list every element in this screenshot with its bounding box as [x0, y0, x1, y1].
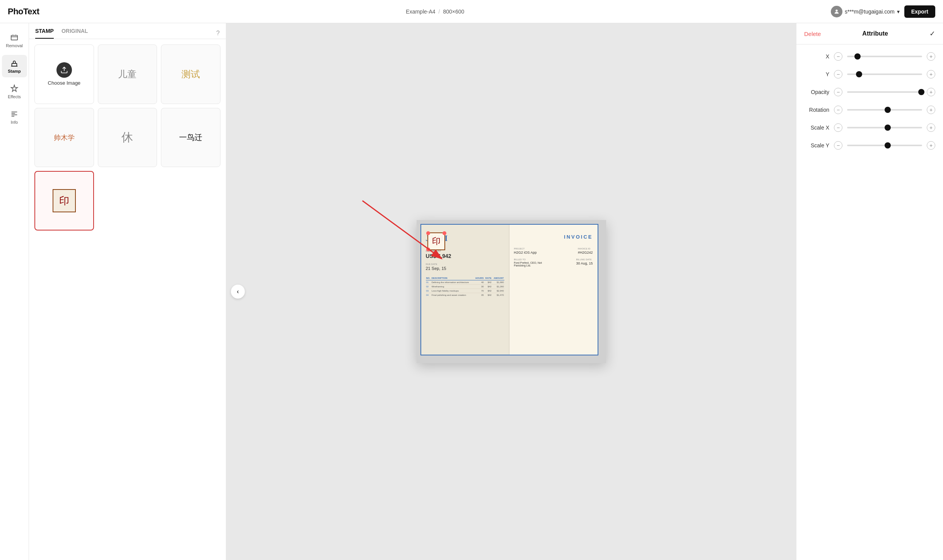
chevron-down-icon: ▾: [897, 9, 900, 15]
sidebar-label-effects: Effects: [8, 94, 20, 99]
attr-slider-y[interactable]: [847, 73, 922, 75]
user-avatar: [831, 6, 842, 17]
table-row: 02 Wireframing 30 $42 $1,260: [426, 285, 504, 289]
attr-thumb-scalex[interactable]: [885, 125, 891, 131]
attributes-list: X − + Y − + Opacity −: [796, 44, 943, 157]
attr-thumb-opacity[interactable]: [918, 89, 924, 95]
attr-slider-scaley[interactable]: [847, 145, 922, 146]
attr-minus-scaley[interactable]: −: [834, 141, 842, 150]
attr-label-rotation: Rotation: [804, 107, 829, 113]
sidebar-item-info[interactable]: Info: [2, 106, 27, 128]
invoice-table: NO. DESCRIPTION HOURS RATE AMOUNT 01: [426, 276, 504, 297]
table-row: 04 Final polishing and asset creation 35…: [426, 293, 504, 297]
attr-label-x: X: [804, 53, 829, 60]
sidebar-item-removal[interactable]: Removal: [2, 29, 27, 52]
due-date-label: DUE DATE: [426, 263, 504, 265]
attr-thumb-rotation[interactable]: [885, 107, 891, 113]
svg-rect-2: [12, 63, 17, 66]
right-panel: Delete Attribute ✓ X − + Y − +: [796, 23, 943, 560]
header-right: s***m@tugaigai.com ▾ Export: [831, 5, 935, 18]
attr-minus-scalex[interactable]: −: [834, 123, 842, 132]
stamp-on-canvas[interactable]: 印: [427, 232, 445, 250]
attr-slider-scalex[interactable]: [847, 127, 922, 128]
sidebar-item-effects[interactable]: Effects: [2, 80, 27, 103]
stamp-item-2[interactable]: 测试: [161, 44, 220, 104]
stamp-item-5[interactable]: 一鸟迁: [161, 108, 220, 167]
billed-to-label: BILLED TO: [514, 258, 553, 261]
attribute-title: Attribute: [862, 30, 888, 37]
attr-plus-rotation[interactable]: +: [927, 106, 935, 114]
attr-slider-opacity[interactable]: [847, 91, 922, 93]
billing-date-label: BILLING DATE: [576, 258, 593, 261]
project-dimensions: 800×600: [443, 9, 464, 15]
panel-tabs: STAMP ORIGINAL ?: [29, 23, 226, 39]
stamp-preview-3: 帅木学: [35, 108, 94, 167]
invoice-id-value: #H2G242: [578, 251, 593, 254]
attr-plus-scalex[interactable]: +: [927, 123, 935, 132]
attr-label-scaley: Scale Y: [804, 142, 829, 149]
stamp-handle-tl[interactable]: [426, 231, 430, 235]
stamp-preview-4: 休: [98, 108, 157, 167]
attr-thumb-scaley[interactable]: [885, 142, 891, 149]
sidebar-item-stamp[interactable]: Stamp: [2, 55, 27, 77]
stamp-preview-2: 测试: [161, 45, 220, 104]
stamp-handle-tr[interactable]: [442, 231, 446, 235]
stamp-item-1[interactable]: 儿童: [98, 44, 157, 104]
invoice-title: INVOICE: [514, 234, 593, 240]
stamp-panel: STAMP ORIGINAL ? Choose Image 儿童 测试 帅木学: [29, 23, 226, 560]
svg-rect-1: [11, 36, 18, 40]
upload-icon: [56, 62, 72, 78]
attr-minus-y[interactable]: −: [834, 70, 842, 79]
stamp-preview-6: 印: [53, 189, 76, 212]
billing-date-value: 30 Aug, 15: [576, 261, 593, 265]
attr-slider-rotation[interactable]: [847, 109, 922, 111]
due-amount: US$ 6,942: [426, 253, 504, 259]
user-menu[interactable]: s***m@tugaigai.com ▾: [831, 6, 900, 17]
help-icon[interactable]: ?: [216, 30, 220, 37]
confirm-icon[interactable]: ✓: [929, 29, 935, 38]
project-name: Example-A4: [406, 9, 435, 15]
attr-row-scalex: Scale X − +: [804, 120, 935, 136]
tab-stamp[interactable]: STAMP: [35, 28, 54, 39]
canvas-inner: JUHI DUE AMOUNT US$ 6,942 DUE DATE 21 Se…: [417, 220, 606, 363]
attr-minus-opacity[interactable]: −: [834, 88, 842, 96]
attr-minus-x[interactable]: −: [834, 52, 842, 61]
attr-row-opacity: Opacity − +: [804, 84, 935, 100]
attr-thumb-y[interactable]: [856, 71, 862, 77]
stamp-item-6[interactable]: 印: [34, 171, 94, 230]
attr-thumb-x[interactable]: [854, 53, 861, 60]
sidebar-label-stamp: Stamp: [8, 69, 21, 73]
stamp-preview-5: 一鸟迁: [161, 108, 220, 167]
stamp-item-4[interactable]: 休: [98, 108, 157, 167]
stamp-handle-bl[interactable]: [426, 248, 430, 251]
table-row: 03 Low+high fidelity mockups 70 $42 $2,9…: [426, 289, 504, 293]
choose-image-button[interactable]: Choose Image: [34, 44, 94, 104]
stamp-preview-1: 儿童: [98, 45, 157, 104]
attr-plus-y[interactable]: +: [927, 70, 935, 79]
attr-plus-x[interactable]: +: [927, 52, 935, 61]
attr-row-x: X − +: [804, 48, 935, 65]
attr-plus-opacity[interactable]: +: [927, 88, 935, 96]
attr-slider-x[interactable]: [847, 56, 922, 57]
attr-label-opacity: Opacity: [804, 89, 829, 95]
choose-image-label: Choose Image: [48, 80, 81, 86]
attr-plus-scaley[interactable]: +: [927, 141, 935, 150]
sidebar-label-info: Info: [11, 120, 18, 125]
tab-original[interactable]: ORIGINAL: [62, 28, 88, 39]
project-value: H2G2 iOS App: [514, 251, 537, 254]
billed-to-value: Ford Prefect, CEO, Not Panicking Ltd.: [514, 261, 553, 267]
stamp-grid: Choose Image 儿童 测试 帅木学 休 一鸟迁: [29, 39, 226, 236]
attr-minus-rotation[interactable]: −: [834, 106, 842, 114]
canvas-area: ‹ JUHI DUE AMOUNT US$ 6,942 DUE DATE 21 …: [226, 23, 796, 560]
app-logo: PhoText: [8, 7, 39, 17]
project-label: PROJECT: [514, 248, 537, 250]
attr-label-scalex: Scale X: [804, 125, 829, 131]
header: PhoText Example-A4 / 800×600 s***m@tugai…: [0, 0, 943, 23]
attr-label-y: Y: [804, 71, 829, 77]
attr-row-y: Y − +: [804, 66, 935, 82]
prev-nav-button[interactable]: ‹: [231, 285, 245, 299]
export-button[interactable]: Export: [904, 5, 935, 18]
delete-button[interactable]: Delete: [804, 31, 821, 37]
stamp-item-3[interactable]: 帅木学: [34, 108, 94, 167]
header-center: Example-A4 / 800×600: [406, 9, 464, 15]
